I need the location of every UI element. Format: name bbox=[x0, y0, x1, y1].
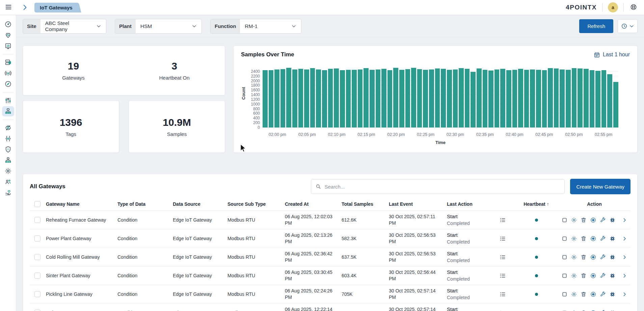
sidebar-item-api-config[interactable] bbox=[2, 134, 14, 144]
bar-02-07-pm[interactable] bbox=[316, 69, 321, 128]
bar-02-32-pm[interactable] bbox=[465, 69, 470, 128]
bar-02-18-pm[interactable] bbox=[381, 69, 386, 128]
help-button[interactable] bbox=[629, 3, 638, 12]
bar-01-59-pm[interactable] bbox=[269, 70, 274, 128]
bar-02-54-pm[interactable] bbox=[595, 71, 600, 128]
bar-02-37-pm[interactable] bbox=[494, 69, 500, 128]
trash-button[interactable] bbox=[581, 217, 587, 223]
sync-gear-button[interactable] bbox=[590, 217, 596, 223]
chip-button[interactable] bbox=[609, 273, 616, 279]
bar-02-34-pm[interactable] bbox=[477, 68, 482, 128]
sidebar-item-tuning[interactable] bbox=[2, 95, 14, 106]
row-checkbox[interactable] bbox=[34, 217, 41, 223]
bar-02-25-pm[interactable] bbox=[423, 70, 428, 128]
bar-02-29-pm[interactable] bbox=[447, 70, 452, 128]
chevron-right-button[interactable] bbox=[622, 236, 627, 242]
bar-02-22-pm[interactable] bbox=[405, 69, 410, 128]
bar-02-38-pm[interactable] bbox=[500, 69, 505, 128]
stop-button[interactable] bbox=[562, 273, 567, 279]
bar-02-08-pm[interactable] bbox=[322, 70, 327, 128]
bar-02-19-pm[interactable] bbox=[387, 70, 393, 128]
function-select[interactable]: Function RM-1 bbox=[210, 19, 301, 34]
trash-button[interactable] bbox=[581, 235, 587, 242]
bar-02-31-pm[interactable] bbox=[459, 68, 464, 128]
stop-button[interactable] bbox=[562, 291, 567, 297]
wrench-button[interactable] bbox=[600, 291, 606, 297]
hamburger-menu-button[interactable] bbox=[4, 3, 13, 12]
wrench-button[interactable] bbox=[600, 217, 606, 223]
bar-02-53-pm[interactable] bbox=[590, 70, 595, 128]
bar-02-06-pm[interactable] bbox=[310, 68, 315, 128]
bar-02-09-pm[interactable] bbox=[328, 69, 333, 128]
bar-02-13-pm[interactable] bbox=[352, 70, 357, 128]
event-log-button[interactable] bbox=[500, 254, 506, 260]
bar-02-48-pm[interactable] bbox=[560, 69, 565, 128]
settings-gear-button[interactable] bbox=[571, 310, 577, 311]
tab-iot-gateways[interactable]: IoT Gateways bbox=[34, 3, 77, 12]
bar-02-12-pm[interactable] bbox=[346, 70, 351, 128]
event-log-button[interactable] bbox=[500, 273, 506, 279]
bar-02-43-pm[interactable] bbox=[530, 69, 535, 128]
chip-button[interactable] bbox=[609, 310, 616, 311]
site-select[interactable]: Site ABC Steel Company bbox=[23, 19, 106, 34]
sidebar-item-support[interactable] bbox=[2, 188, 14, 198]
chip-button[interactable] bbox=[609, 217, 616, 223]
trash-button[interactable] bbox=[581, 310, 587, 311]
chevron-right-button[interactable] bbox=[622, 310, 627, 311]
select-all-checkbox[interactable] bbox=[34, 201, 41, 207]
trash-button[interactable] bbox=[581, 273, 587, 279]
bar-02-16-pm[interactable] bbox=[370, 70, 375, 128]
bar-02-55-pm[interactable] bbox=[601, 70, 607, 128]
bar-02-40-pm[interactable] bbox=[512, 70, 517, 128]
row-checkbox[interactable] bbox=[34, 310, 41, 311]
event-log-button[interactable] bbox=[500, 291, 506, 298]
sidebar-item-iot-gateways[interactable] bbox=[2, 106, 14, 116]
sync-gear-button[interactable] bbox=[590, 273, 596, 279]
bar-02-28-pm[interactable] bbox=[441, 69, 446, 128]
chip-button[interactable] bbox=[609, 291, 616, 298]
bar-02-02-pm[interactable] bbox=[286, 68, 291, 128]
search-input[interactable] bbox=[324, 184, 560, 190]
event-log-button[interactable] bbox=[500, 217, 506, 223]
sidebar-item-monitoring[interactable] bbox=[2, 30, 14, 40]
bar-02-10-pm[interactable] bbox=[334, 68, 339, 128]
bar-02-21-pm[interactable] bbox=[399, 70, 404, 128]
create-new-gateway-button[interactable]: Create New Gateway bbox=[570, 179, 630, 194]
bar-02-36-pm[interactable] bbox=[488, 70, 493, 128]
settings-gear-button[interactable] bbox=[571, 217, 577, 223]
stop-button[interactable] bbox=[562, 217, 567, 223]
row-checkbox[interactable] bbox=[34, 235, 41, 242]
bar-02-49-pm[interactable] bbox=[566, 70, 571, 128]
row-checkbox[interactable] bbox=[34, 254, 41, 260]
bar-02-11-pm[interactable] bbox=[340, 70, 345, 128]
event-log-button[interactable] bbox=[500, 310, 506, 311]
chevron-right-button[interactable] bbox=[622, 217, 627, 223]
bar-02-01-pm[interactable] bbox=[280, 69, 286, 128]
trash-button[interactable] bbox=[581, 291, 587, 297]
bar-02-23-pm[interactable] bbox=[411, 68, 416, 128]
bar-02-39-pm[interactable] bbox=[506, 70, 511, 128]
stop-button[interactable] bbox=[562, 254, 567, 260]
bar-02-15-pm[interactable] bbox=[364, 68, 369, 128]
bar-02-17-pm[interactable] bbox=[376, 69, 381, 128]
sidebar-item-reports[interactable] bbox=[2, 41, 14, 51]
avatar[interactable]: a bbox=[608, 2, 618, 12]
bar-02-35-pm[interactable] bbox=[483, 70, 488, 128]
bar-02-47-pm[interactable] bbox=[554, 68, 559, 128]
bar-02-33-pm[interactable] bbox=[471, 72, 476, 128]
bar-02-56-pm[interactable] bbox=[607, 74, 612, 128]
row-checkbox[interactable] bbox=[34, 291, 41, 297]
bar-02-57-pm[interactable] bbox=[613, 82, 618, 128]
bar-02-26-pm[interactable] bbox=[429, 69, 434, 128]
bar-02-52-pm[interactable] bbox=[584, 69, 589, 128]
time-range-selector[interactable]: Last 1 hour bbox=[594, 52, 630, 58]
sync-gear-button[interactable] bbox=[590, 254, 596, 260]
refresh-button[interactable]: Refresh bbox=[579, 19, 613, 33]
trash-button[interactable] bbox=[581, 254, 587, 260]
chip-button[interactable] bbox=[609, 235, 616, 242]
bar-02-24-pm[interactable] bbox=[417, 69, 422, 128]
settings-gear-button[interactable] bbox=[571, 273, 577, 279]
bar-02-30-pm[interactable] bbox=[453, 69, 458, 128]
stop-button[interactable] bbox=[562, 310, 567, 311]
sidebar-item-data-sources[interactable] bbox=[2, 57, 14, 67]
